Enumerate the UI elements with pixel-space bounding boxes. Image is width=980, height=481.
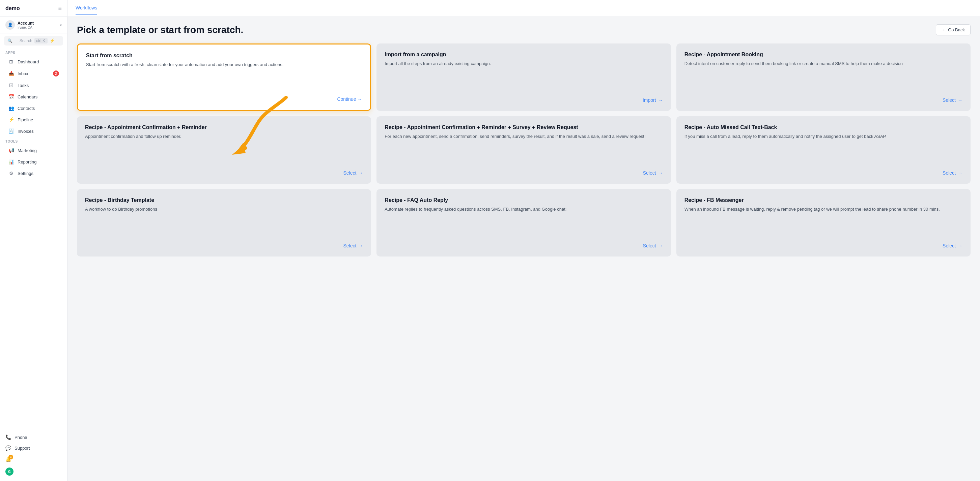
account-icon: 👤 — [5, 20, 15, 30]
page-title: Pick a template or start from scratch. — [77, 25, 243, 35]
sidebar-item-label: Inbox — [18, 71, 28, 76]
phone-icon: 📞 — [5, 435, 11, 440]
template-card-recipe-auto-missed-call[interactable]: Recipe - Auto Missed Call Text-Back If y… — [676, 116, 970, 184]
card-action[interactable]: Select → — [684, 170, 963, 176]
card-title: Recipe - Appointment Booking — [684, 52, 963, 58]
settings-icon: ⚙ — [8, 171, 14, 176]
dashboard-icon: ⊞ — [8, 59, 14, 64]
card-action[interactable]: Select → — [684, 243, 963, 248]
inbox-badge: 2 — [53, 70, 59, 76]
card-title: Import from a campaign — [385, 52, 663, 58]
template-card-recipe-appt-confirmation-reminder[interactable]: Recipe - Appointment Confirmation + Remi… — [77, 116, 371, 184]
inbox-icon: 📥 — [8, 71, 14, 76]
marketing-icon: 📢 — [8, 148, 14, 153]
card-description: Automate replies to frequently asked que… — [385, 206, 663, 238]
template-card-recipe-appt-confirmation-survey[interactable]: Recipe - Appointment Confirmation + Remi… — [377, 116, 671, 184]
avatar: G — [5, 468, 13, 476]
sidebar-item-invoices[interactable]: 🧾 Invoices — [3, 126, 64, 137]
hamburger-icon[interactable]: ≡ — [58, 5, 62, 12]
search-bar[interactable]: 🔍 Search ctrl K ⚡ — [4, 36, 63, 46]
sidebar-item-contacts[interactable]: 👥 Contacts — [3, 103, 64, 114]
notification-bubble: 🔔 4 — [5, 456, 11, 462]
reporting-icon: 📊 — [8, 159, 14, 165]
sidebar-item-profile[interactable]: G — [0, 465, 67, 478]
page-header: Pick a template or start from scratch. ←… — [77, 24, 970, 35]
support-icon: 💬 — [5, 445, 11, 451]
template-card-recipe-fb-messenger[interactable]: Recipe - FB Messenger When an inbound FB… — [676, 189, 970, 257]
tab-workflows[interactable]: Workflows — [76, 1, 97, 15]
main-content: Workflows Pick a template or start from … — [67, 0, 980, 481]
sidebar-item-label: Invoices — [18, 129, 34, 134]
sidebar-header: demo ≡ — [0, 0, 67, 17]
card-title: Recipe - FAQ Auto Reply — [385, 197, 663, 203]
sidebar-item-label: Dashboard — [18, 59, 39, 64]
sidebar-item-calendars[interactable]: 📅 Calendars — [3, 91, 64, 102]
card-description: Detect intent on customer reply to send … — [684, 60, 963, 92]
arrow-right-icon: → — [658, 97, 663, 103]
card-action[interactable]: Select → — [85, 243, 363, 248]
card-description: Import all the steps from an already exi… — [385, 60, 663, 92]
go-back-button[interactable]: ← Go Back — [936, 24, 970, 35]
arrow-right-icon: → — [658, 243, 663, 248]
sidebar-item-marketing[interactable]: 📢 Marketing — [3, 145, 64, 156]
continue-button[interactable]: Continue → — [337, 97, 362, 102]
sidebar-item-label: Support — [14, 446, 30, 451]
template-card-start-from-scratch[interactable]: Start from scratch Start from scratch wi… — [77, 43, 371, 111]
sidebar-item-label: Tasks — [18, 83, 29, 88]
sidebar: demo ≡ 👤 Account Irvine, CA ▾ 🔍 Search c… — [0, 0, 67, 481]
tasks-icon: ☑ — [8, 83, 14, 88]
notification-badge: 4 — [8, 455, 13, 459]
sidebar-item-label: Pipeline — [18, 117, 33, 122]
card-action[interactable]: Select → — [684, 97, 963, 103]
contacts-icon: 👥 — [8, 105, 14, 111]
pipeline-icon: ⚡ — [8, 117, 14, 122]
sidebar-item-dashboard[interactable]: ⊞ Dashboard — [3, 56, 64, 67]
template-card-recipe-faq-auto-reply[interactable]: Recipe - FAQ Auto Reply Automate replies… — [377, 189, 671, 257]
arrow-right-icon: → — [358, 170, 363, 176]
account-info: Account Irvine, CA — [18, 21, 57, 29]
card-description: When an inbound FB message is waiting, r… — [684, 206, 963, 238]
sidebar-item-phone[interactable]: 📞 Phone — [0, 432, 67, 443]
account-switcher[interactable]: 👤 Account Irvine, CA ▾ — [0, 17, 67, 33]
topnav: Workflows — [67, 0, 980, 16]
tools-section-label: Tools — [0, 137, 67, 144]
card-description: For each new appointment, send a confirm… — [385, 133, 663, 165]
sidebar-item-label: Contacts — [18, 106, 35, 111]
sidebar-item-support[interactable]: 💬 Support — [0, 443, 67, 453]
account-location: Irvine, CA — [18, 25, 57, 29]
apps-section-label: Apps — [0, 48, 67, 56]
sidebar-item-inbox[interactable]: 📥 Inbox 2 — [3, 68, 64, 79]
card-description: Appointment confirmation and follow up r… — [85, 133, 363, 165]
card-title: Recipe - Auto Missed Call Text-Back — [684, 124, 963, 130]
sidebar-item-pipeline[interactable]: ⚡ Pipeline — [3, 114, 64, 125]
sidebar-item-label: Reporting — [18, 159, 37, 165]
card-action[interactable]: Select → — [85, 170, 363, 176]
card-description: If you miss a call from a lead, reply to… — [684, 133, 963, 165]
card-description: A workflow to do Birthday promotions — [85, 206, 363, 238]
sidebar-item-tasks[interactable]: ☑ Tasks — [3, 80, 64, 90]
template-card-recipe-appointment-booking[interactable]: Recipe - Appointment Booking Detect inte… — [676, 43, 970, 111]
arrow-right-icon: → — [958, 170, 963, 176]
card-action[interactable]: Continue → — [86, 97, 362, 102]
calendars-icon: 📅 — [8, 94, 14, 100]
sidebar-item-label: Phone — [14, 435, 27, 440]
account-name: Account — [18, 21, 57, 25]
search-icon: 🔍 — [8, 38, 18, 43]
card-title: Start from scratch — [86, 52, 362, 59]
logo: demo — [5, 5, 20, 11]
arrow-right-icon: → — [958, 243, 963, 248]
sidebar-item-reporting[interactable]: 📊 Reporting — [3, 156, 64, 167]
card-action[interactable]: Import → — [385, 97, 663, 103]
template-card-recipe-birthday-template[interactable]: Recipe - Birthday Template A workflow to… — [77, 189, 371, 257]
arrow-right-icon: → — [358, 243, 363, 248]
template-grid-wrapper: Start from scratch Start from scratch wi… — [77, 43, 970, 257]
search-shortcut: ctrl K — [34, 38, 48, 43]
template-card-import-from-campaign[interactable]: Import from a campaign Import all the st… — [377, 43, 671, 111]
sidebar-item-label: Marketing — [18, 148, 37, 153]
card-action[interactable]: Select → — [385, 170, 663, 176]
sidebar-item-settings[interactable]: ⚙ Settings — [3, 168, 64, 179]
card-action[interactable]: Select → — [385, 243, 663, 248]
card-title: Recipe - Appointment Confirmation + Remi… — [385, 124, 663, 130]
bolt-icon: ⚡ — [49, 38, 60, 43]
sidebar-item-notifications[interactable]: 🔔 4 — [0, 453, 67, 465]
